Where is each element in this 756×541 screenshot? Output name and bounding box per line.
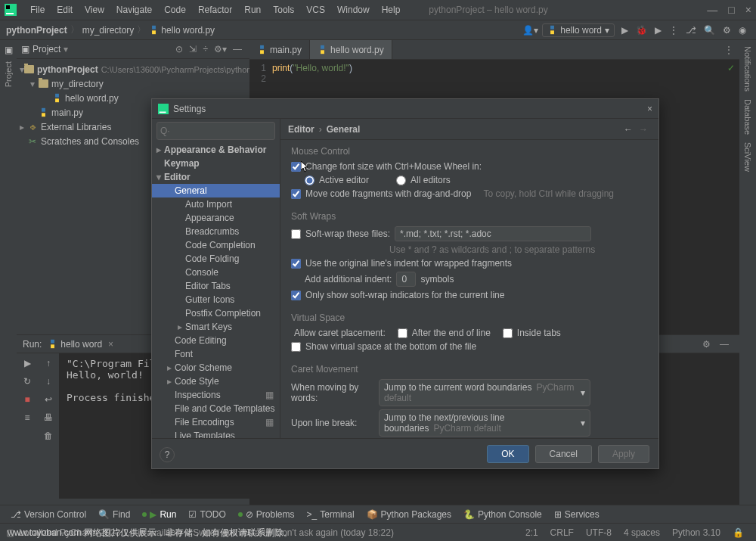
settings-tree-item[interactable]: Live Templates xyxy=(152,429,280,438)
breadcrumb-root[interactable]: pythonProject xyxy=(6,25,67,36)
settings-tree-item[interactable]: Code Completion xyxy=(152,238,280,252)
status-encoding[interactable]: UTF-8 xyxy=(580,527,618,538)
settings-tree-item[interactable]: Appearance xyxy=(152,211,280,225)
settings-bread-editor[interactable]: Editor xyxy=(288,124,314,135)
menu-vcs[interactable]: VCS xyxy=(300,5,331,15)
menu-edit[interactable]: Edit xyxy=(51,5,79,15)
inside-tabs-checkbox[interactable] xyxy=(503,328,513,338)
settings-tree-item[interactable]: Inspections▦ xyxy=(152,388,280,402)
bottom-pyconsole[interactable]: 🐍Python Console xyxy=(457,509,548,520)
menu-help[interactable]: Help xyxy=(376,5,407,15)
trash-icon[interactable]: 🗑 xyxy=(44,431,53,441)
project-tool-icon[interactable]: ▣ xyxy=(5,45,13,55)
git-icon[interactable]: ⎇ xyxy=(686,25,696,36)
hide-icon[interactable]: — xyxy=(233,44,242,54)
settings-forward-icon[interactable]: → xyxy=(636,124,651,135)
expand-icon[interactable]: ⇲ xyxy=(189,44,197,54)
settings-gear-icon[interactable]: ⚙▾ xyxy=(214,44,227,54)
down-icon[interactable]: ↓ xyxy=(46,376,51,387)
tabs-more-icon[interactable]: ⋮ xyxy=(718,45,739,55)
menu-file[interactable]: File xyxy=(24,5,51,15)
settings-tree-item[interactable]: ▸Code Style xyxy=(152,375,280,388)
show-virtual-bottom-checkbox[interactable] xyxy=(291,342,301,352)
indent-input[interactable] xyxy=(396,272,416,287)
close-button[interactable]: × xyxy=(745,4,751,16)
menu-view[interactable]: View xyxy=(79,5,110,15)
tree-project-root[interactable]: ▾pythonProjectC:\Users\13600\PycharmProj… xyxy=(17,62,249,76)
settings-tree-item[interactable]: Code Editing xyxy=(152,334,280,347)
stop-icon[interactable]: ↻ xyxy=(23,376,31,387)
notifications-tool[interactable]: Notifications xyxy=(743,46,752,92)
ide-settings-icon[interactable]: ◉ xyxy=(739,25,746,36)
settings-tree-item[interactable]: Keymap xyxy=(152,157,280,170)
active-editor-radio[interactable] xyxy=(305,176,314,185)
minimize-button[interactable]: — xyxy=(707,4,717,16)
bottom-services[interactable]: ⊞Services xyxy=(548,509,606,520)
ok-button[interactable]: OK xyxy=(487,445,528,463)
status-coords[interactable]: 2:1 xyxy=(519,527,544,538)
settings-search[interactable]: Q· xyxy=(156,122,275,140)
status-lock-icon[interactable]: 🔒 xyxy=(727,527,750,538)
tab-helloword[interactable]: hello word.py xyxy=(310,40,392,59)
apply-button[interactable]: Apply xyxy=(598,445,649,463)
run-button[interactable]: ▶ xyxy=(621,25,628,36)
settings-tree-item[interactable]: ▸Appearance & Behavior xyxy=(152,143,280,157)
settings-tree-item[interactable]: Font xyxy=(152,347,280,361)
settings-tree-item[interactable]: ▸Color Scheme xyxy=(152,361,280,375)
bottom-run[interactable]: ▶Run xyxy=(136,509,182,520)
bottom-todo[interactable]: ☑TODO xyxy=(182,509,231,520)
wrap-icon[interactable]: ↩ xyxy=(45,394,52,405)
project-tool-label[interactable]: Project xyxy=(4,61,13,87)
settings-tree-item[interactable]: File and Code Templates xyxy=(152,402,280,415)
softwrap-pattern-input[interactable] xyxy=(395,226,591,241)
bottom-problems[interactable]: ⊘Problems xyxy=(232,509,301,520)
softwrap-checkbox[interactable] xyxy=(291,229,301,239)
debug-button[interactable]: 🐞 xyxy=(636,25,647,36)
use-indent-checkbox[interactable] xyxy=(291,259,301,269)
bottom-find[interactable]: 🔍Find xyxy=(92,509,136,520)
all-editors-radio[interactable] xyxy=(396,176,406,185)
breadcrumb-file[interactable]: hello word.py xyxy=(149,25,215,36)
bottom-vcs[interactable]: ⎇Version Control xyxy=(5,509,92,520)
status-indent[interactable]: 4 spaces xyxy=(618,527,666,538)
status-interpreter[interactable]: Python 3.10 xyxy=(666,527,727,538)
by-words-select[interactable]: Jump to the current word boundariesPyCha… xyxy=(379,379,590,406)
locate-icon[interactable]: ⊙ xyxy=(175,44,183,54)
help-button[interactable]: ? xyxy=(160,447,175,462)
settings-back-icon[interactable]: ← xyxy=(621,124,636,135)
rerun-icon[interactable]: ▶ xyxy=(24,358,31,368)
settings-tree-item[interactable]: Editor Tabs xyxy=(152,279,280,293)
settings-tree-item[interactable]: ▾Editor xyxy=(152,170,280,184)
settings-tree-item[interactable]: Breadcrumbs xyxy=(152,225,280,238)
menu-code[interactable]: Code xyxy=(158,5,192,15)
menu-run[interactable]: Run xyxy=(238,5,267,15)
settings-bread-general[interactable]: General xyxy=(327,124,361,135)
settings-icon[interactable]: ⚙ xyxy=(723,25,731,36)
up-icon[interactable]: ↑ xyxy=(46,358,51,368)
layout-icon[interactable]: ≡ xyxy=(24,412,29,423)
settings-tree-item[interactable]: File Encodings▦ xyxy=(152,415,280,429)
maximize-button[interactable]: □ xyxy=(728,4,734,16)
settings-tree-item[interactable]: General xyxy=(152,184,280,197)
collapse-icon[interactable]: ÷ xyxy=(203,44,208,54)
coverage-button[interactable]: ▶ xyxy=(655,25,662,36)
bottom-terminal[interactable]: >_Terminal xyxy=(301,509,361,520)
run-settings-icon[interactable]: ⚙ xyxy=(698,339,715,350)
search-icon[interactable]: 🔍 xyxy=(704,25,715,36)
tab-main[interactable]: main.py xyxy=(249,40,310,59)
cancel-button[interactable]: Cancel xyxy=(535,445,592,463)
more-actions-icon[interactable]: ⋮ xyxy=(669,25,678,36)
line-break-select[interactable]: Jump to the next/previous line boundarie… xyxy=(379,409,590,437)
settings-tree-item[interactable]: Gutter Icons xyxy=(152,293,280,306)
settings-tree-item[interactable]: Console xyxy=(152,266,280,279)
run-tab[interactable]: hello word× xyxy=(48,339,113,350)
project-dropdown-icon[interactable]: ▣ xyxy=(21,44,29,54)
settings-tree-item[interactable]: Code Folding xyxy=(152,252,280,266)
menu-tools[interactable]: Tools xyxy=(267,5,300,15)
run-config-selector[interactable]: hello word ▾ xyxy=(542,23,615,37)
tree-folder[interactable]: ▾my_directory xyxy=(17,76,249,91)
user-icon[interactable]: 👤▾ xyxy=(522,25,538,36)
move-frag-checkbox[interactable] xyxy=(291,189,301,199)
database-tool[interactable]: Database xyxy=(743,99,752,135)
settings-tree-item[interactable]: Auto Import xyxy=(152,197,280,211)
